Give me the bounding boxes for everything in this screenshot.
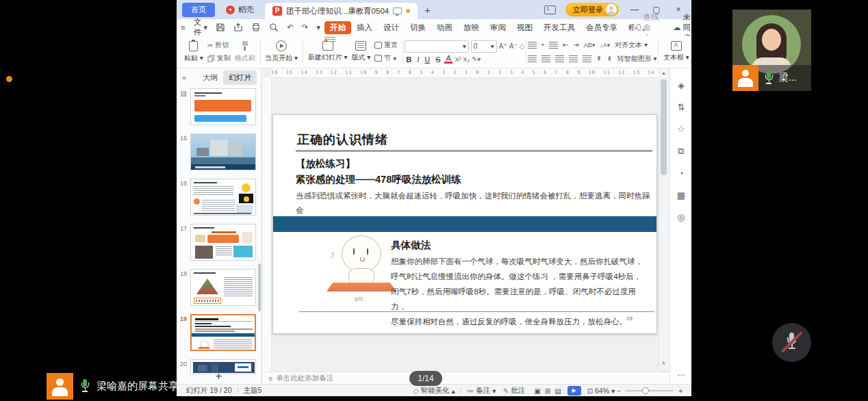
line-spacing-button[interactable]: ↓A▾ (600, 42, 610, 49)
notes-bar[interactable]: ≡ 单击此处添加备注 (263, 372, 669, 384)
image-tools-icon[interactable]: ▦ (670, 190, 691, 200)
slide-sorter-view-button[interactable]: ⊞ (543, 387, 552, 395)
zoom-in-button[interactable]: + (676, 387, 685, 395)
justify-button[interactable] (569, 55, 578, 62)
ribbon-tab-view[interactable]: 视图 (511, 21, 538, 34)
clear-format-button[interactable]: ◇ (520, 42, 525, 50)
align-text-button[interactable]: 对齐文本 ▾ (615, 40, 648, 50)
hamburger-icon[interactable]: ≡ (177, 23, 190, 31)
effects-icon[interactable]: ☆ (670, 124, 691, 134)
ribbon-tab-member[interactable]: 会员专享 (580, 21, 623, 34)
play-from-current-button[interactable]: 当页开始 ▾ (265, 40, 298, 63)
ribbon-tab-design[interactable]: 设计 (378, 21, 405, 34)
ribbon-tab-animations[interactable]: 动画 (431, 21, 458, 34)
redo-button[interactable]: ↷ (298, 23, 313, 32)
document-tab[interactable]: P 团干部心理知识...康教育0504 (265, 3, 418, 19)
slide-thumbnail-18[interactable]: 18 (177, 269, 261, 306)
strikethrough-button[interactable]: S (434, 55, 442, 64)
theme-label[interactable]: 主题5 (244, 386, 262, 396)
mute-button[interactable] (772, 323, 811, 362)
home-tab-button[interactable]: 首页 (182, 3, 215, 17)
ribbon-tab-devtools[interactable]: 开发工具 (538, 21, 580, 34)
zoom-out-button[interactable]: − (615, 387, 623, 395)
fit-to-window-button[interactable]: ⊡ (585, 387, 595, 395)
selection-pane-icon[interactable]: ⧉ (670, 146, 691, 157)
normal-view-button[interactable]: ▣ (532, 387, 542, 395)
sidebar-more-icon[interactable]: ⋯ (670, 370, 691, 380)
scroll-up-icon[interactable]: ▴ (659, 68, 668, 76)
object-properties-icon[interactable]: ⇅ (670, 102, 691, 112)
divider-bar[interactable] (273, 216, 656, 232)
numbered-list-button[interactable] (549, 42, 558, 49)
align-left-button[interactable] (528, 55, 537, 62)
smart-graphic-button[interactable]: 转智能图形 ▾ (617, 54, 657, 64)
notes-toggle-button[interactable]: ≔ 备注 ▾ (467, 386, 496, 396)
ribbon-tab-docer-resources[interactable]: 稻壳资源 (623, 21, 634, 34)
slide-subtitle[interactable]: 紧张感的处理——478呼吸法放松训练 (296, 173, 461, 186)
font-color-button[interactable]: A (444, 55, 452, 64)
ribbon-tab-home[interactable]: 开始 (324, 21, 351, 34)
previous-slide-button[interactable]: ∧ (659, 360, 668, 366)
ribbon-tab-review[interactable]: 审阅 (485, 21, 511, 34)
increase-font-button[interactable]: A⁺ (499, 42, 507, 50)
panel-scrollbar[interactable] (258, 263, 261, 311)
align-right-button[interactable] (555, 55, 564, 62)
cut-button[interactable]: ✂剪切 (207, 40, 231, 50)
editor-scrollbar[interactable]: ▴ ∧ ∨ ▾ (659, 68, 668, 384)
undo-button[interactable]: ↶ (283, 23, 298, 32)
paste-button[interactable]: 粘贴 ▾ (184, 41, 203, 63)
bullet-list-button[interactable] (528, 42, 537, 49)
slide-title[interactable]: 正确的认识情绪 (297, 131, 388, 148)
italic-button[interactable]: I (416, 55, 421, 64)
layout-button[interactable]: 版式 ▾ (351, 41, 370, 62)
slide-thumbnail-17[interactable]: 17 (177, 224, 261, 261)
paragraph-spacing-button[interactable]: ⇞ (596, 55, 602, 62)
tab-outline[interactable]: 大纲 (197, 70, 223, 85)
export-button[interactable] (229, 23, 247, 32)
align-center-button[interactable] (541, 55, 550, 62)
text-box-button[interactable]: 文本框 ▾ (663, 41, 689, 62)
bold-button[interactable]: B (405, 55, 413, 64)
text-direction-button[interactable]: AB▾ (584, 42, 596, 49)
device-switch-icon[interactable] (544, 5, 556, 14)
decrease-indent-button[interactable]: ⇤ (563, 41, 568, 49)
slide-thumbnail-19-selected[interactable]: 19 (177, 314, 261, 351)
reading-view-button[interactable]: ▤ (552, 387, 563, 395)
ribbon-tab-transitions[interactable]: 切换 (405, 21, 431, 34)
ribbon-tab-insert[interactable]: 插入 (351, 21, 378, 34)
paragraph-spacing2-button[interactable]: ⇟ (607, 55, 612, 62)
scrollbar-thumb[interactable] (661, 79, 667, 175)
ribbon-tab-slideshow[interactable]: 放映 (458, 21, 485, 34)
save-button[interactable] (212, 23, 229, 32)
ai-assistant-icon[interactable]: ◈ (670, 80, 691, 90)
slide-thumbnail-16[interactable]: 16 (177, 179, 261, 216)
login-button[interactable]: 立即登录 (565, 3, 619, 16)
file-menu[interactable]: 文件 ▾ (190, 17, 212, 38)
slide-thumbnail-15[interactable]: 15 (177, 133, 261, 170)
smart-beautify-button[interactable]: ◇ 智能美化 ▴ (413, 386, 455, 396)
format-painter-button[interactable]: 格式刷 (235, 41, 255, 63)
print-button[interactable] (247, 23, 265, 32)
font-name-select[interactable]: ▾ (405, 40, 469, 53)
new-tab-button[interactable]: + (424, 4, 431, 16)
decrease-font-button[interactable]: A⁻ (509, 42, 518, 50)
zoom-level[interactable]: 64% ▾ (595, 387, 615, 395)
font-size-select[interactable]: 0▾ (471, 40, 497, 53)
copy-button[interactable]: 复制 (207, 53, 231, 63)
slide-canvas[interactable]: 正确的认识情绪 【放松练习】 紧张感的处理——478呼吸法放松训练 当感到恐惧或… (272, 114, 657, 334)
method-text[interactable]: 想象你的肺部下面有一个气球，每次吸气时气球变大，然后你扎破气球， 呼气时让气息慢… (391, 254, 646, 329)
highlight-pen-button[interactable]: ✎▾ (472, 55, 481, 63)
slideshow-play-button[interactable]: ▶ (567, 386, 581, 396)
tab-slides[interactable]: 幻灯片 (223, 70, 257, 85)
subscript-button[interactable]: X₂ (463, 56, 470, 63)
zoom-slider-knob[interactable] (642, 387, 649, 394)
quick-access-more-icon[interactable]: ▾ (312, 23, 324, 32)
practice-label[interactable]: 【放松练习】 (296, 157, 355, 170)
participant-video-tile[interactable]: 梁... (732, 10, 811, 91)
zoom-slider[interactable] (626, 390, 674, 391)
method-heading[interactable]: 具体做法 (391, 239, 431, 252)
reset-button[interactable]: 重置 (374, 40, 398, 50)
collapse-panel-button[interactable]: « (177, 73, 192, 81)
new-slide-button[interactable]: 新建幻灯片 ▾ (308, 41, 348, 62)
superscript-button[interactable]: X² (455, 56, 461, 63)
